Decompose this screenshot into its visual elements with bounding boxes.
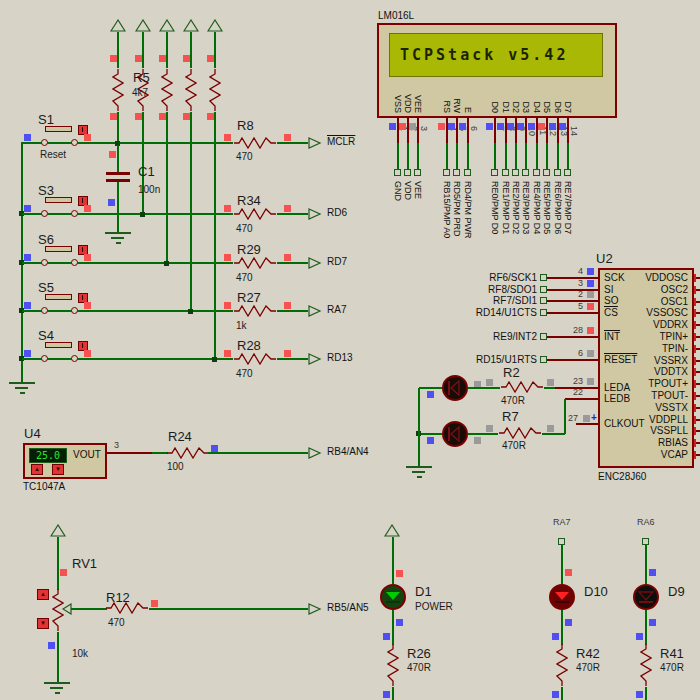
decrease-button[interactable]: ▼: [37, 618, 49, 629]
decrease-button[interactable]: ▼: [52, 464, 64, 475]
state-square: [207, 113, 214, 120]
lcd-pin-name: D6: [553, 35, 563, 113]
lcd-pin-name: D3: [521, 35, 531, 113]
wire: [117, 145, 119, 172]
pushbutton[interactable]: [45, 126, 72, 132]
pushbutton-pin[interactable]: [71, 259, 78, 266]
wire: [22, 262, 233, 264]
resistor: [166, 447, 210, 459]
pin-end: [694, 392, 696, 400]
wire: [22, 358, 233, 360]
lcd-pin-name: D4: [532, 35, 542, 113]
lcd-pin-name: VDD: [403, 35, 413, 113]
net-label: GND: [393, 181, 403, 201]
u4-display: 25.0: [29, 448, 67, 463]
probe-icon: +: [591, 412, 597, 423]
pushbutton-pin[interactable]: [71, 355, 78, 362]
wire: [505, 143, 507, 169]
pot-value: 10k: [72, 648, 88, 659]
wire: [525, 143, 527, 169]
wire: [417, 143, 419, 169]
button-ref: S6: [38, 232, 54, 247]
state-square: [24, 205, 31, 212]
resistor-value: 100: [167, 461, 184, 472]
pushbutton-pin[interactable]: [41, 210, 48, 217]
pushbutton-pin[interactable]: [71, 139, 78, 146]
pushbutton[interactable]: [45, 294, 72, 300]
net-label: RA7: [327, 304, 346, 315]
resistor-ref: R28: [237, 338, 261, 353]
resistor-value: 470R: [576, 662, 600, 673]
terminal-icon: [540, 356, 547, 363]
wire: [419, 433, 442, 435]
increase-button[interactable]: ▲: [31, 464, 43, 475]
state-square: [151, 600, 158, 607]
terminal-icon: [540, 274, 547, 281]
pin-stub: [565, 398, 598, 400]
pushbutton[interactable]: [45, 342, 72, 348]
junction-dot: [188, 309, 193, 314]
terminal-icon: [558, 538, 565, 545]
net-label: RD7: [327, 256, 347, 267]
wire: [57, 537, 59, 590]
terminal-icon: [512, 169, 519, 176]
state-square: [135, 55, 142, 62]
state-square: [110, 55, 117, 62]
state-square: [427, 391, 434, 398]
terminal-icon: [404, 169, 411, 176]
power-arrow-icon: [207, 19, 223, 33]
state-square: [284, 134, 291, 141]
net-label: VEE: [413, 181, 423, 199]
u2-pin-name: SCK: [604, 272, 625, 283]
wire: [546, 143, 548, 169]
wire: [22, 310, 233, 312]
net-label: MCLR: [327, 136, 355, 147]
pushbutton[interactable]: [45, 246, 72, 252]
diode-icon: [551, 586, 573, 608]
lcd-pin-name: E: [463, 35, 473, 113]
resistor: [500, 381, 544, 393]
net-label: RD4/PM PWR: [463, 181, 473, 239]
wire: [446, 143, 448, 169]
state-square: [587, 327, 594, 334]
pushbutton-pin[interactable]: [41, 355, 48, 362]
u2-pin-name: CS: [604, 307, 618, 318]
wire: [117, 112, 119, 144]
state-square: [649, 619, 656, 626]
resistor: [498, 427, 542, 439]
pushbutton-pin[interactable]: [71, 307, 78, 314]
pushbutton-pin[interactable]: [41, 307, 48, 314]
wire: [117, 182, 119, 232]
state-square: [528, 123, 535, 130]
diode-icon: [444, 423, 466, 445]
pin-end: [694, 451, 696, 459]
pushbutton-pin[interactable]: [41, 259, 48, 266]
resistor: [640, 643, 652, 687]
increase-button[interactable]: ▲: [37, 589, 49, 600]
lcd-pin-name: D7: [563, 35, 573, 113]
state-square: [552, 633, 559, 640]
net-label: RF8/SDO1: [417, 284, 537, 295]
resistor-value: 470: [236, 368, 253, 379]
state-square: [110, 113, 117, 120]
state-square: [587, 268, 594, 275]
wire: [214, 112, 216, 359]
state-square: [284, 350, 291, 357]
state-square: [396, 619, 403, 626]
net-label: RD13: [327, 352, 353, 363]
u2-pin-name: VCAP: [636, 449, 688, 460]
state-square: [183, 55, 190, 62]
u2-pin-name: SO: [604, 295, 618, 306]
ground-icon: [116, 242, 121, 244]
terminal-icon: [540, 309, 547, 316]
pushbutton-pin[interactable]: [71, 210, 78, 217]
pushbutton-pin[interactable]: [41, 139, 48, 146]
u2-pin-name: RESET: [604, 354, 637, 365]
wire: [561, 610, 563, 645]
state-square: [224, 302, 231, 309]
net-label: RD15/U1RTS: [417, 354, 537, 365]
wire: [392, 537, 394, 584]
ground-icon: [111, 237, 124, 239]
state-square: [486, 425, 493, 432]
pushbutton[interactable]: [45, 197, 72, 203]
